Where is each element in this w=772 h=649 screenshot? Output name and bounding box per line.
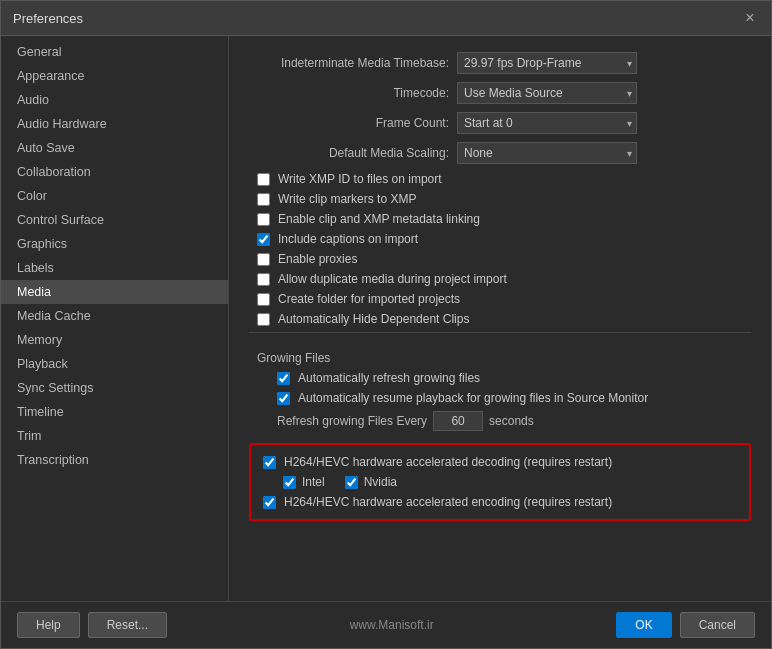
sidebar-item-memory[interactable]: Memory	[1, 328, 228, 352]
checkbox-3[interactable]	[257, 233, 270, 246]
sidebar-item-general[interactable]: General	[1, 40, 228, 64]
refresh-label: Refresh growing Files Every	[277, 414, 427, 428]
growing-files-section: Growing Files Automatically refresh grow…	[249, 332, 751, 431]
checkbox-6[interactable]	[257, 293, 270, 306]
sidebar-item-graphics[interactable]: Graphics	[1, 232, 228, 256]
growing-checkbox-1: Automatically resume playback for growin…	[249, 391, 751, 405]
dropdown-row-2: Frame Count: Start at 0	[249, 112, 751, 134]
hw-intel-item: Intel	[283, 475, 325, 489]
dropdown-wrapper-0: 29.97 fps Drop-Frame	[457, 52, 637, 74]
checkbox-row-3: Include captions on import	[249, 232, 751, 246]
sidebar-item-auto-save[interactable]: Auto Save	[1, 136, 228, 160]
footer-watermark: www.Manisoft.ir	[350, 618, 434, 632]
growing-checkbox-label-0: Automatically refresh growing files	[298, 371, 480, 385]
sidebar-item-control-surface[interactable]: Control Surface	[1, 208, 228, 232]
footer-right: OK Cancel	[616, 612, 755, 638]
sidebar-item-sync-settings[interactable]: Sync Settings	[1, 376, 228, 400]
checkbox-label-2: Enable clip and XMP metadata linking	[278, 212, 480, 226]
dialog-title: Preferences	[13, 11, 83, 26]
refresh-row: Refresh growing Files Every seconds	[249, 411, 751, 431]
checkbox-row-7: Automatically Hide Dependent Clips	[249, 312, 751, 326]
hw-sub-row: Intel Nvidia	[263, 475, 737, 489]
dropdown-wrapper-2: Start at 0	[457, 112, 637, 134]
growing-checkbox-label-1: Automatically resume playback for growin…	[298, 391, 648, 405]
checkbox-label-3: Include captions on import	[278, 232, 418, 246]
cancel-button[interactable]: Cancel	[680, 612, 755, 638]
dropdown-label-1: Timecode:	[249, 86, 449, 100]
checkbox-label-0: Write XMP ID to files on import	[278, 172, 442, 186]
sidebar-item-media[interactable]: Media	[1, 280, 228, 304]
close-button[interactable]: ×	[741, 9, 759, 27]
hw-intel-label: Intel	[302, 475, 325, 489]
sidebar-item-audio-hardware[interactable]: Audio Hardware	[1, 112, 228, 136]
preferences-dialog: Preferences × GeneralAppearanceAudioAudi…	[0, 0, 772, 649]
checkbox-4[interactable]	[257, 253, 270, 266]
footer-left: Help Reset...	[17, 612, 167, 638]
growing-checkbox-input-0[interactable]	[277, 372, 290, 385]
checkbox-label-5: Allow duplicate media during project imp…	[278, 272, 507, 286]
dropdown-row-0: Indeterminate Media Timebase: 29.97 fps …	[249, 52, 751, 74]
hw-encoding-row: H264/HEVC hardware accelerated encoding …	[263, 495, 737, 509]
sidebar-item-media-cache[interactable]: Media Cache	[1, 304, 228, 328]
growing-checkbox-input-1[interactable]	[277, 392, 290, 405]
checkbox-label-7: Automatically Hide Dependent Clips	[278, 312, 469, 326]
footer: Help Reset... www.Manisoft.ir OK Cancel	[1, 601, 771, 648]
growing-checkbox-0: Automatically refresh growing files	[249, 371, 751, 385]
dropdown-label-3: Default Media Scaling:	[249, 146, 449, 160]
dropdown-wrapper-1: Use Media Source	[457, 82, 637, 104]
hw-decoding-label: H264/HEVC hardware accelerated decoding …	[284, 455, 612, 469]
checkbox-row-2: Enable clip and XMP metadata linking	[249, 212, 751, 226]
sidebar-item-audio[interactable]: Audio	[1, 88, 228, 112]
title-bar: Preferences ×	[1, 1, 771, 36]
checkbox-label-1: Write clip markers to XMP	[278, 192, 416, 206]
content-area: GeneralAppearanceAudioAudio HardwareAuto…	[1, 36, 771, 601]
checkbox-0[interactable]	[257, 173, 270, 186]
dropdown-select-3[interactable]: None	[457, 142, 637, 164]
dropdown-row-3: Default Media Scaling: None	[249, 142, 751, 164]
hw-nvidia-item: Nvidia	[345, 475, 397, 489]
growing-files-title: Growing Files	[257, 351, 743, 365]
sidebar: GeneralAppearanceAudioAudio HardwareAuto…	[1, 36, 229, 601]
main-panel: Indeterminate Media Timebase: 29.97 fps …	[229, 36, 771, 601]
sidebar-item-trim[interactable]: Trim	[1, 424, 228, 448]
dropdown-wrapper-3: None	[457, 142, 637, 164]
hardware-acceleration-box: H264/HEVC hardware accelerated decoding …	[249, 443, 751, 521]
sidebar-item-transcription[interactable]: Transcription	[1, 448, 228, 472]
checkbox-row-4: Enable proxies	[249, 252, 751, 266]
hw-nvidia-checkbox[interactable]	[345, 476, 358, 489]
checkbox-row-0: Write XMP ID to files on import	[249, 172, 751, 186]
help-button[interactable]: Help	[17, 612, 80, 638]
sidebar-item-collaboration[interactable]: Collaboration	[1, 160, 228, 184]
dropdown-row-1: Timecode: Use Media Source	[249, 82, 751, 104]
dropdown-select-0[interactable]: 29.97 fps Drop-Frame	[457, 52, 637, 74]
checkbox-row-1: Write clip markers to XMP	[249, 192, 751, 206]
checkbox-2[interactable]	[257, 213, 270, 226]
hw-intel-checkbox[interactable]	[283, 476, 296, 489]
checkbox-row-6: Create folder for imported projects	[249, 292, 751, 306]
dropdown-label-2: Frame Count:	[249, 116, 449, 130]
hw-encoding-checkbox[interactable]	[263, 496, 276, 509]
checkbox-7[interactable]	[257, 313, 270, 326]
checkbox-label-4: Enable proxies	[278, 252, 357, 266]
dropdown-select-1[interactable]: Use Media Source	[457, 82, 637, 104]
checkbox-row-5: Allow duplicate media during project imp…	[249, 272, 751, 286]
sidebar-item-labels[interactable]: Labels	[1, 256, 228, 280]
checkbox-1[interactable]	[257, 193, 270, 206]
dropdown-label-0: Indeterminate Media Timebase:	[249, 56, 449, 70]
sidebar-item-playback[interactable]: Playback	[1, 352, 228, 376]
hw-encoding-label: H264/HEVC hardware accelerated encoding …	[284, 495, 612, 509]
hw-nvidia-label: Nvidia	[364, 475, 397, 489]
dropdown-select-2[interactable]: Start at 0	[457, 112, 637, 134]
sidebar-item-timeline[interactable]: Timeline	[1, 400, 228, 424]
hw-decoding-row: H264/HEVC hardware accelerated decoding …	[263, 455, 737, 469]
reset-button[interactable]: Reset...	[88, 612, 167, 638]
sidebar-item-color[interactable]: Color	[1, 184, 228, 208]
checkbox-5[interactable]	[257, 273, 270, 286]
sidebar-item-appearance[interactable]: Appearance	[1, 64, 228, 88]
ok-button[interactable]: OK	[616, 612, 671, 638]
refresh-input[interactable]	[433, 411, 483, 431]
refresh-unit: seconds	[489, 414, 534, 428]
checkbox-label-6: Create folder for imported projects	[278, 292, 460, 306]
hw-decoding-checkbox[interactable]	[263, 456, 276, 469]
